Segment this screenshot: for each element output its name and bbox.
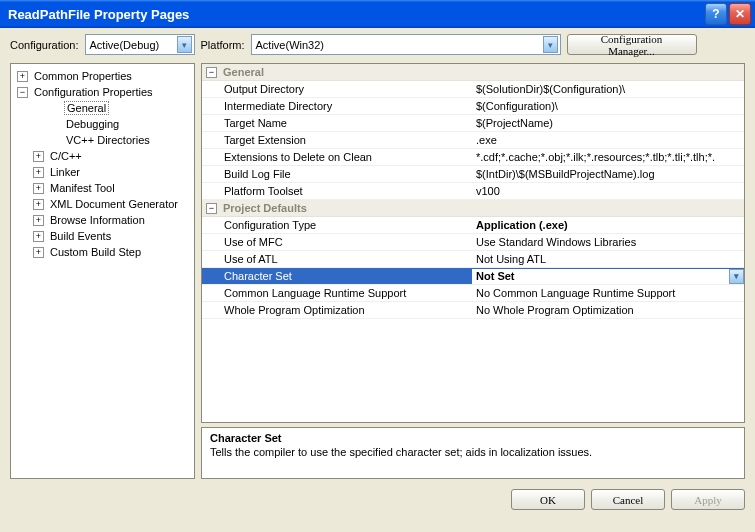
tree-build-events[interactable]: +Build Events (13, 228, 192, 244)
apply-button[interactable]: Apply (671, 489, 745, 510)
section-general[interactable]: −General (202, 64, 744, 81)
platform-combo[interactable]: Active(Win32) (251, 34, 561, 55)
prop-use-of-mfc[interactable]: Use of MFCUse Standard Windows Libraries (202, 234, 744, 251)
configuration-label: Configuration: (10, 39, 79, 51)
cancel-button[interactable]: Cancel (591, 489, 665, 510)
prop-use-of-atl[interactable]: Use of ATLNot Using ATL (202, 251, 744, 268)
platform-label: Platform: (201, 39, 245, 51)
chevron-down-icon[interactable] (177, 36, 192, 53)
tree-common-properties[interactable]: +Common Properties (13, 68, 192, 84)
tree-ccpp[interactable]: +C/C++ (13, 148, 192, 164)
tree-custom-build-step[interactable]: +Custom Build Step (13, 244, 192, 260)
prop-target-extension[interactable]: Target Extension.exe (202, 132, 744, 149)
chevron-down-icon[interactable] (729, 269, 744, 284)
prop-intermediate-directory[interactable]: Intermediate Directory$(Configuration)\ (202, 98, 744, 115)
prop-configuration-type[interactable]: Configuration TypeApplication (.exe) (202, 217, 744, 234)
tree-linker[interactable]: +Linker (13, 164, 192, 180)
prop-output-directory[interactable]: Output Directory$(SolutionDir)$(Configur… (202, 81, 744, 98)
tree-browse-info[interactable]: +Browse Information (13, 212, 192, 228)
tree-manifest-tool[interactable]: +Manifest Tool (13, 180, 192, 196)
titlebar[interactable]: ReadPathFile Property Pages ? ✕ (0, 0, 755, 28)
prop-character-set[interactable]: Character Set Not Set (202, 268, 744, 285)
tree-vcpp-directories[interactable]: VC++ Directories (13, 132, 192, 148)
prop-build-log-file[interactable]: Build Log File$(IntDir)\$(MSBuildProject… (202, 166, 744, 183)
prop-clr-support[interactable]: Common Language Runtime SupportNo Common… (202, 285, 744, 302)
description-text: Tells the compiler to use the specified … (210, 446, 736, 458)
navigation-tree[interactable]: +Common Properties −Configuration Proper… (10, 63, 195, 479)
prop-target-name[interactable]: Target Name$(ProjectName) (202, 115, 744, 132)
description-title: Character Set (210, 432, 736, 444)
section-project-defaults[interactable]: −Project Defaults (202, 200, 744, 217)
prop-extensions-delete[interactable]: Extensions to Delete on Clean*.cdf;*.cac… (202, 149, 744, 166)
tree-xml-doc-gen[interactable]: +XML Document Generator (13, 196, 192, 212)
dialog-buttons: OK Cancel Apply (10, 489, 745, 510)
close-button[interactable]: ✕ (729, 3, 751, 25)
config-manager-button[interactable]: Configuration Manager... (567, 34, 697, 55)
property-grid[interactable]: −General Output Directory$(SolutionDir)$… (201, 63, 745, 423)
window-title: ReadPathFile Property Pages (8, 7, 189, 22)
configuration-combo[interactable]: Active(Debug) (85, 34, 195, 55)
tree-configuration-properties[interactable]: −Configuration Properties (13, 84, 192, 100)
prop-platform-toolset[interactable]: Platform Toolsetv100 (202, 183, 744, 200)
tree-debugging[interactable]: Debugging (13, 116, 192, 132)
help-button[interactable]: ? (705, 3, 727, 25)
prop-whole-program-opt[interactable]: Whole Program OptimizationNo Whole Progr… (202, 302, 744, 319)
tree-general[interactable]: General (13, 100, 192, 116)
description-panel: Character Set Tells the compiler to use … (201, 427, 745, 479)
config-toolbar: Configuration: Active(Debug) Platform: A… (10, 34, 745, 55)
ok-button[interactable]: OK (511, 489, 585, 510)
chevron-down-icon[interactable] (543, 36, 558, 53)
